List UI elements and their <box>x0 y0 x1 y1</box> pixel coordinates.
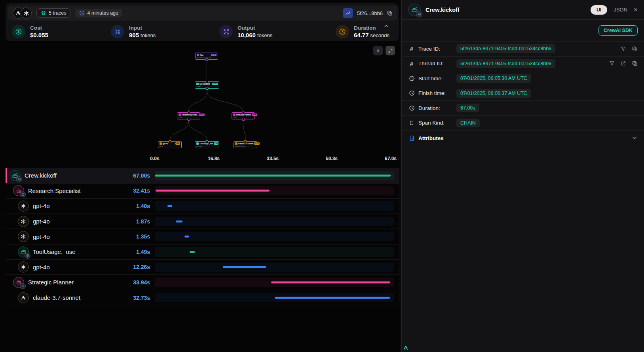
connector-dot <box>242 112 245 114</box>
graph-node-crew-kickoff[interactable]: Crew.kickoff67.00s 2 agents <box>195 81 219 89</box>
span-label: Research Specialist <box>28 187 81 194</box>
waterfall-row-toolusage[interactable]: ToolUsage._use 1.49s <box>6 244 399 260</box>
copy-button[interactable] <box>632 61 638 66</box>
graph-node-claude-sonnet[interactable]: claude-3.7-sonnet32.73s claude-3.7-sonne… <box>234 141 257 148</box>
close-icon[interactable]: × <box>634 6 638 14</box>
graph-expand-button[interactable] <box>386 46 395 55</box>
duration-bar <box>155 174 391 176</box>
waterfall-row-claude-sonnet[interactable]: claude-3.7-sonnet 32.73s <box>6 290 399 306</box>
duration-bar <box>176 220 182 222</box>
clock-icon <box>408 105 415 111</box>
filter-button[interactable] <box>609 61 615 66</box>
connector-dot <box>206 140 209 143</box>
graph-node-toolusage[interactable]: ToolUsage._use1.49s tool usage <box>195 141 219 148</box>
axis-tick: 50.3s <box>326 156 338 161</box>
duration-bar <box>156 190 270 192</box>
span-duration: 32.41s <box>133 187 150 194</box>
metric-value: 905 <box>129 32 139 38</box>
chevron-down-icon <box>631 135 638 141</box>
filter-button[interactable] <box>620 46 626 52</box>
traces-count-badge[interactable]: 5 traces <box>36 8 70 18</box>
waterfall-row-gpt4o-3[interactable]: gpt-4o 1.35s <box>6 229 399 244</box>
waterfall-row-gpt4o-1[interactable]: gpt-4o 1.40s <box>6 199 399 214</box>
field-duration: Duration: 67.00s <box>402 100 644 115</box>
expand-icon <box>388 48 393 53</box>
crew-icon <box>408 4 421 16</box>
time-ago-label: 4 minutes ago <box>87 10 118 16</box>
span-duration: 1.87s <box>136 218 150 225</box>
agentops-badge-icon <box>20 283 26 289</box>
span-kind-value: CHAIN <box>456 119 480 127</box>
connector-dot <box>206 87 209 90</box>
trace-header-bar: 5 traces 4 minutes ago 5f26...8bb6 <box>8 6 397 21</box>
axis-tick: 67.0s <box>385 156 397 161</box>
dollar-icon <box>12 25 25 38</box>
finish-time-value: 07/01/2025, 06:06:37 AM UTC <box>456 89 531 98</box>
waterfall-row-gpt4o-2[interactable]: gpt-4o 1.87s <box>6 214 399 229</box>
panel-title: Crew.kickoff <box>426 7 460 13</box>
span-label: gpt-4o <box>33 202 50 209</box>
span-duration: 33.94s <box>133 279 150 286</box>
metric-label: Input <box>129 25 156 32</box>
collapse-metrics-button[interactable] <box>383 23 389 29</box>
duration-bar <box>167 205 172 207</box>
metric-label: Cost <box>30 25 50 32</box>
layers-icon <box>41 10 46 16</box>
span-duration: 1.40s <box>136 203 150 209</box>
connector-dot <box>187 112 190 114</box>
external-link-icon <box>620 61 626 66</box>
span-label: Crew.kickoff <box>25 172 57 179</box>
attributes-section-toggle[interactable]: Attributes <box>402 130 644 146</box>
document-icon <box>408 135 415 141</box>
duration-bar <box>275 297 390 299</box>
app-root: 5 traces 4 minutes ago 5f26...8bb6 <box>0 0 644 352</box>
arrows-out-icon <box>219 25 233 38</box>
graph-node-run[interactable]: Run64.77s 5f2613da-8371-9405-fcdd <box>195 53 218 60</box>
copy-trace-id-button[interactable] <box>387 10 393 16</box>
tab-json[interactable]: JSON <box>614 7 627 13</box>
trend-up-icon <box>345 10 351 16</box>
graph-close-button[interactable]: × <box>373 46 383 55</box>
hash-icon: # <box>408 61 415 67</box>
graph-node-gpt-4o[interactable]: gpt-4o1.40s gpt-4o <box>158 141 182 148</box>
metrics-row: Cost $0.055 Input 905tokens <box>8 23 397 40</box>
clock-icon <box>336 25 349 38</box>
tool-icon <box>18 246 29 257</box>
metric-input: Input 905tokens <box>111 25 219 39</box>
metric-cost: Cost $0.055 <box>12 25 111 39</box>
field-trace-id: # Trace ID: 5f2613da-8371-9405-fcdd-0a15… <box>402 41 644 56</box>
time-axis: 0.0s 16.8s 33.5s 50.3s 67.0s <box>155 155 391 165</box>
bookmark-icon <box>408 120 415 126</box>
open-external-button[interactable] <box>620 61 626 66</box>
agent-robot-icon <box>13 277 24 288</box>
tab-ui[interactable]: UI <box>591 5 608 15</box>
tool-node-icon <box>196 142 199 145</box>
agentops-badge-icon <box>20 191 26 197</box>
waterfall-row-strategic-planner[interactable]: Strategic Planner 33.94s <box>6 275 399 290</box>
hash-icon: # <box>408 45 415 52</box>
metric-output: Output 10,060tokens <box>219 25 336 39</box>
detail-panel: Crew.kickoff UI JSON × CrewAI SDK # Trac… <box>401 0 644 352</box>
graph-node-strategic-planner[interactable]: Strategic Planner33.94s 1 task <box>232 112 255 119</box>
graph-node-research-specialist[interactable]: Research Speciali...32.41s 1 task <box>177 112 200 119</box>
metric-value: 64.77 <box>354 32 369 38</box>
agent-robot-icon <box>13 185 24 196</box>
waterfall-row-research-specialist[interactable]: Research Specialist 32.41s <box>6 184 399 199</box>
crew-icon <box>9 170 21 181</box>
sdk-row: CrewAI SDK <box>402 20 644 41</box>
duration-bar <box>184 236 189 238</box>
waterfall-row-crew-kickoff[interactable]: Crew.kickoff 67.00s <box>6 168 399 184</box>
metric-label: Output <box>237 25 272 32</box>
field-finish-time: Finish time: 07/01/2025, 06:06:37 AM UTC <box>402 86 644 101</box>
axis-tick: 0.0s <box>150 156 159 161</box>
span-label: gpt-4o <box>33 233 50 240</box>
trace-chart-button[interactable] <box>343 8 353 18</box>
agentops-badge-icon <box>416 11 422 17</box>
openai-logo-icon <box>21 8 32 19</box>
copy-button[interactable] <box>632 46 638 52</box>
connector-dot <box>244 140 247 143</box>
waterfall-row-gpt4o-4[interactable]: gpt-4o 12.26s <box>6 260 399 275</box>
crew-node-icon <box>196 83 199 85</box>
agentops-badge-icon <box>16 176 22 182</box>
connector-dot <box>206 81 209 83</box>
